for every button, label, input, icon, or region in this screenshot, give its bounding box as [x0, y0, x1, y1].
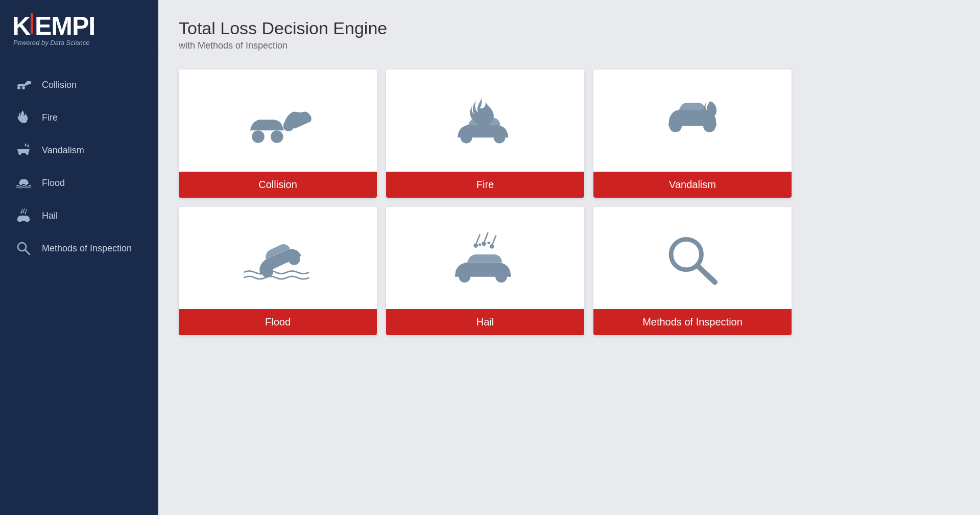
card-icon-fire: [386, 69, 584, 172]
card-label-vandalism: Vandalism: [593, 172, 792, 198]
svg-text:K: K: [12, 12, 31, 38]
card-label-flood: Flood: [179, 309, 377, 335]
svg-point-23: [252, 130, 265, 143]
svg-point-12: [25, 183, 28, 185]
card-grid: Collision Fire: [179, 69, 792, 335]
card-flood[interactable]: Flood: [179, 207, 377, 335]
flood-card-icon: [242, 222, 314, 294]
svg-line-19: [26, 209, 27, 213]
card-fire[interactable]: Fire: [386, 69, 584, 198]
sidebar-hail-label: Hail: [42, 210, 58, 221]
svg-point-20: [25, 213, 26, 214]
svg-point-8: [21, 118, 27, 123]
svg-point-38: [482, 242, 486, 246]
svg-line-22: [25, 250, 30, 254]
card-hail[interactable]: Hail: [386, 207, 584, 335]
svg-point-16: [20, 212, 22, 214]
svg-point-10: [26, 152, 29, 155]
main-content: Total Loss Decision Engine with Methods …: [158, 0, 980, 515]
methods-card-icon: [657, 222, 728, 294]
sidebar-flood-label: Flood: [42, 178, 65, 189]
collision-card-icon: [242, 85, 314, 156]
svg-point-24: [271, 130, 283, 143]
sidebar: K EMPER Powered by Data Science: [0, 0, 158, 515]
sidebar-item-fire[interactable]: Fire: [0, 101, 158, 134]
card-collision[interactable]: Collision: [179, 69, 377, 198]
sidebar-vandalism-label: Vandalism: [42, 145, 84, 156]
svg-point-3: [17, 86, 20, 89]
svg-line-35: [476, 235, 480, 244]
svg-point-9: [18, 152, 21, 155]
svg-point-28: [494, 132, 506, 144]
logo-tagline: Powered by Data Science: [12, 39, 146, 46]
nav-menu: Collision Fire: [0, 56, 158, 515]
kemper-logo: K EMPER Powered by Data Science: [12, 11, 146, 46]
kemper-logo-svg: K EMPER: [12, 11, 94, 38]
svg-text:EMPER: EMPER: [35, 12, 94, 38]
card-label-fire: Fire: [386, 172, 584, 198]
card-icon-vandalism: [593, 69, 792, 172]
svg-point-34: [495, 271, 507, 283]
logo-area: K EMPER Powered by Data Science: [0, 0, 158, 56]
card-methods[interactable]: Methods of Inspection: [593, 207, 792, 335]
sidebar-item-methods[interactable]: Methods of Inspection: [0, 232, 158, 265]
card-label-hail: Hail: [386, 309, 584, 335]
card-vandalism[interactable]: Vandalism: [593, 69, 792, 198]
svg-point-40: [490, 244, 494, 249]
card-icon-methods: [593, 207, 792, 309]
svg-point-18: [22, 212, 24, 213]
sidebar-collision-label: Collision: [42, 80, 77, 90]
svg-point-11: [20, 183, 22, 185]
svg-point-14: [26, 219, 29, 222]
sidebar-methods-label: Methods of Inspection: [42, 243, 132, 254]
page-subtitle: with Methods of Inspection: [179, 40, 960, 51]
svg-point-33: [459, 271, 470, 283]
kemper-wordmark: K EMPER: [12, 11, 146, 38]
svg-point-13: [18, 219, 21, 222]
page-title: Total Loss Decision Engine: [179, 18, 960, 38]
sidebar-item-vandalism[interactable]: Vandalism: [0, 134, 158, 167]
card-icon-hail: [386, 207, 584, 309]
hail-icon-sidebar: [14, 206, 33, 225]
flood-icon-sidebar: [14, 174, 33, 192]
collision-icon: [14, 76, 33, 94]
vandalism-card-icon: [657, 85, 728, 156]
card-icon-flood: [179, 207, 377, 309]
fire-card-icon: [449, 85, 521, 156]
svg-line-15: [21, 209, 22, 212]
sidebar-item-flood[interactable]: Flood: [0, 167, 158, 199]
sidebar-item-hail[interactable]: Hail: [0, 199, 158, 232]
svg-point-41: [479, 243, 481, 246]
svg-point-27: [461, 132, 472, 144]
svg-line-44: [698, 266, 715, 283]
fire-icon-sidebar: [14, 108, 33, 127]
card-icon-collision: [179, 69, 377, 172]
svg-line-37: [484, 233, 488, 242]
vandalism-icon-sidebar: [14, 141, 33, 159]
svg-rect-1: [31, 13, 33, 34]
card-label-collision: Collision: [179, 172, 377, 198]
search-icon-sidebar: [14, 239, 33, 258]
svg-line-17: [23, 208, 25, 212]
sidebar-fire-label: Fire: [42, 112, 58, 123]
svg-point-36: [473, 243, 478, 248]
hail-card-icon: [449, 222, 521, 294]
svg-point-4: [22, 86, 25, 89]
card-label-methods: Methods of Inspection: [593, 309, 792, 335]
svg-point-42: [487, 242, 490, 244]
svg-line-39: [492, 236, 496, 245]
sidebar-item-collision[interactable]: Collision: [0, 68, 158, 101]
